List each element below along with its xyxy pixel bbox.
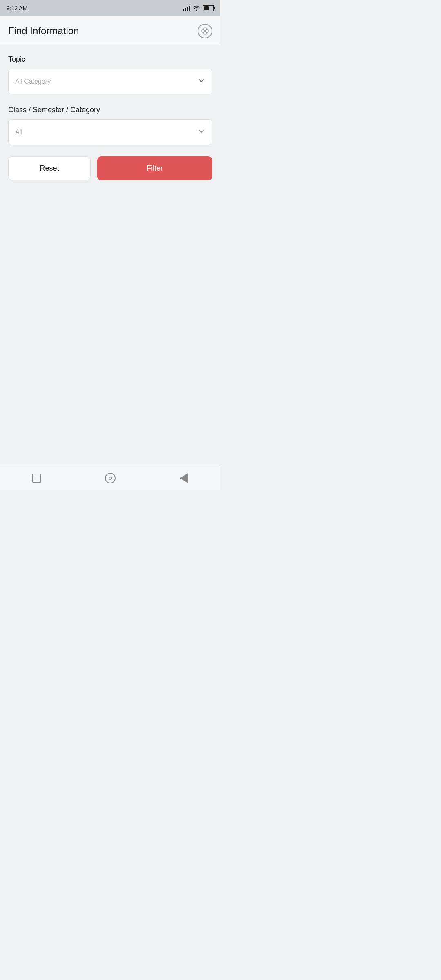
class-label: Class / Semester / Category (8, 106, 212, 114)
nav-recent-apps-button[interactable] (29, 470, 45, 486)
status-bar: 9:12 AM 53 (0, 0, 220, 16)
content-area: Topic All Category Class / Semester / Ca… (0, 45, 220, 190)
class-chevron-down-icon (197, 127, 205, 137)
class-dropdown-wrapper: All (8, 119, 212, 145)
battery-container: 53 (203, 5, 214, 11)
signal-icon (183, 5, 190, 11)
class-dropdown-value: All (15, 129, 22, 136)
page-title: Find Information (8, 25, 79, 37)
topic-chevron-down-icon (197, 76, 205, 87)
filter-button[interactable]: Filter (97, 156, 212, 180)
navigation-bar (0, 466, 220, 490)
reset-button[interactable]: Reset (8, 156, 91, 180)
topic-dropdown-wrapper: All Category (8, 69, 212, 94)
header: Find Information (0, 16, 220, 45)
home-icon (105, 473, 116, 483)
recent-apps-icon (32, 474, 41, 483)
battery-icon: 53 (203, 5, 214, 11)
back-icon (180, 473, 188, 483)
topic-dropdown[interactable]: All Category (8, 69, 212, 94)
class-field: Class / Semester / Category All (8, 106, 212, 145)
topic-label: Topic (8, 55, 212, 64)
close-button[interactable] (198, 24, 212, 38)
status-time: 9:12 AM (7, 5, 27, 11)
class-dropdown[interactable]: All (8, 119, 212, 145)
home-icon-inner (109, 477, 112, 480)
button-row: Reset Filter (8, 156, 212, 180)
topic-field: Topic All Category (8, 55, 212, 94)
topic-dropdown-value: All Category (15, 78, 51, 85)
nav-back-button[interactable] (176, 470, 192, 486)
nav-home-button[interactable] (102, 470, 118, 486)
status-icons: 53 (183, 5, 214, 12)
wifi-icon (193, 5, 200, 12)
